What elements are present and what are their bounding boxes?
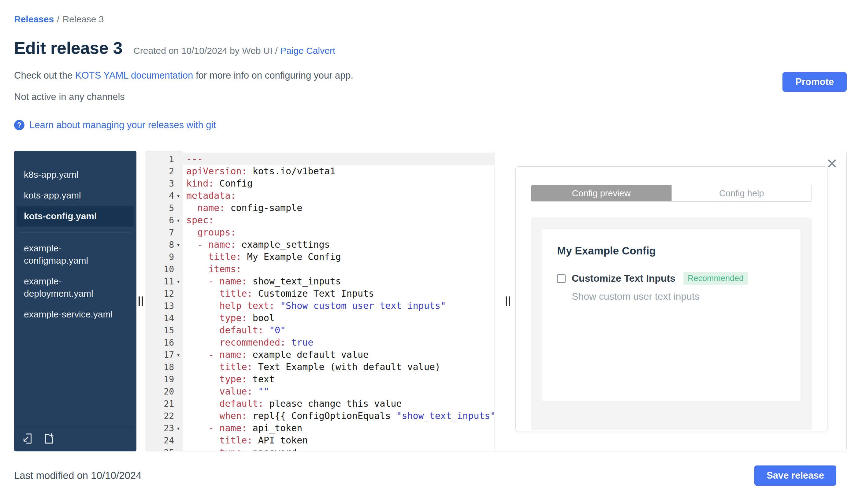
line-number: 23▾	[145, 422, 183, 434]
editor-code[interactable]: ---apiVersion: kots.io/v1beta1kind: Conf…	[183, 151, 494, 451]
line-number: 14	[145, 312, 183, 324]
release-editor-page: Releases/Release 3 Edit release 3 Create…	[0, 0, 862, 504]
docs-prefix: Check out the	[14, 70, 75, 81]
footer: Last modified on 10/10/2024 Save release	[14, 465, 847, 486]
code-line[interactable]: - name: show_text_inputs	[183, 275, 494, 288]
fold-arrow-icon[interactable]: ▾	[174, 425, 183, 432]
breadcrumb-releases-link[interactable]: Releases	[14, 14, 54, 24]
code-line[interactable]: default: please change this value	[183, 398, 494, 410]
line-number: 2	[145, 165, 183, 177]
file-tree-item[interactable]: example-deployment.yaml	[16, 271, 134, 304]
file-tree-item[interactable]: kots-config.yaml	[16, 206, 134, 227]
code-line[interactable]: title: My Example Config	[183, 251, 494, 263]
code-line[interactable]: help_text: "Show custom user text inputs…	[183, 300, 494, 312]
tree-resize-handle[interactable]	[139, 296, 143, 306]
editor-shell: 1234▾56▾78▾91011▾121314151617▾1819202122…	[145, 151, 847, 451]
fold-arrow-icon[interactable]: ▾	[174, 278, 183, 285]
line-number: 3	[145, 177, 183, 190]
line-number: 11▾	[145, 275, 183, 288]
line-number: 19	[145, 373, 183, 385]
line-number: 4▾	[145, 190, 183, 202]
code-line[interactable]: type: password	[183, 447, 494, 451]
code-line[interactable]: apiVersion: kots.io/v1beta1	[183, 165, 494, 177]
tree-editor-gap	[136, 151, 145, 451]
fold-arrow-icon[interactable]: ▾	[174, 241, 183, 248]
code-line[interactable]: metadata:	[183, 190, 494, 202]
code-line[interactable]: type: text	[183, 373, 494, 385]
config-item-help-text: Show custom user text inputs	[572, 291, 786, 302]
code-line[interactable]: groups:	[183, 226, 494, 239]
editor-gutter: 1234▾56▾78▾91011▾121314151617▾1819202122…	[145, 151, 183, 451]
code-line[interactable]: items:	[183, 263, 494, 275]
line-number: 18	[145, 361, 183, 373]
channel-status: Not active in any channels	[14, 91, 847, 103]
code-line[interactable]: value: ""	[183, 385, 494, 398]
fold-arrow-icon[interactable]: ▾	[174, 217, 183, 224]
code-editor: 1234▾56▾78▾91011▾121314151617▾1819202122…	[145, 151, 494, 451]
file-tree-item[interactable]: k8s-app.yaml	[16, 164, 134, 185]
docs-suffix: for more info on configuring your app.	[193, 70, 353, 81]
created-text: Created on 10/10/2024 by Web UI / Paige …	[133, 45, 335, 56]
file-tree-footer	[14, 427, 136, 451]
tab-config-preview[interactable]: Config preview	[531, 185, 671, 201]
code-line[interactable]: title: Text Example (with default value)	[183, 361, 494, 373]
fold-arrow-icon[interactable]: ▾	[174, 193, 183, 199]
breadcrumb-separator: /	[57, 14, 59, 24]
file-tree-item[interactable]: kots-app.yaml	[16, 185, 134, 206]
file-add-icon[interactable]	[43, 433, 55, 445]
line-number: 22	[145, 410, 183, 422]
code-line[interactable]: - name: example_default_value	[183, 349, 494, 361]
code-line[interactable]: type: bool	[183, 312, 494, 324]
page-title: Edit release 3	[14, 38, 122, 58]
file-tree-list: k8s-app.yamlkots-app.yamlkots-config.yam…	[14, 151, 136, 325]
code-line[interactable]: when: repl{{ ConfigOptionEquals "show_te…	[183, 410, 494, 422]
kots-yaml-docs-link[interactable]: KOTS YAML documentation	[75, 70, 193, 81]
promote-button[interactable]: Promote	[782, 72, 847, 92]
line-number: 13	[145, 300, 183, 312]
save-release-button[interactable]: Save release	[754, 465, 836, 486]
config-preview-pane: ✕ Config preview Config help My Example …	[494, 151, 846, 451]
code-line[interactable]: name: config-sample	[183, 202, 494, 214]
line-number: 12	[145, 288, 183, 300]
config-preview-card: Config preview Config help My Example Co…	[515, 167, 827, 431]
git-releases-link[interactable]: Learn about managing your releases with …	[29, 120, 216, 131]
config-item-row: Customize Text Inputs Recommended	[557, 272, 786, 285]
line-number: 6▾	[145, 214, 183, 226]
line-number: 1	[145, 153, 183, 165]
config-group-card: My Example Config Customize Text Inputs …	[542, 228, 801, 401]
file-tree-item[interactable]: example-service.yaml	[16, 304, 134, 325]
line-number: 24	[145, 434, 183, 447]
line-number: 21	[145, 398, 183, 410]
code-line[interactable]: recommended: true	[183, 336, 494, 349]
code-line[interactable]: spec:	[183, 214, 494, 226]
code-line[interactable]: kind: Config	[183, 177, 494, 190]
line-number: 8▾	[145, 239, 183, 251]
line-number: 16	[145, 336, 183, 349]
code-line[interactable]: - name: api_token	[183, 422, 494, 434]
line-number: 15	[145, 324, 183, 336]
close-icon[interactable]: ✕	[826, 157, 838, 171]
breadcrumb-current: Release 3	[62, 14, 104, 24]
title-row: Edit release 3 Created on 10/10/2024 by …	[14, 38, 847, 58]
line-number: 25	[145, 447, 183, 451]
breadcrumb: Releases/Release 3	[14, 14, 847, 25]
tab-config-help[interactable]: Config help	[671, 185, 812, 201]
fold-arrow-icon[interactable]: ▾	[174, 352, 183, 358]
code-line[interactable]: - name: example_settings	[183, 239, 494, 251]
editor-preview-resize-handle[interactable]	[506, 296, 510, 306]
created-author-link[interactable]: Paige Calvert	[280, 45, 335, 56]
code-line[interactable]: default: "0"	[183, 324, 494, 336]
code-line[interactable]: title: Customize Text Inputs	[183, 288, 494, 300]
question-icon[interactable]: ?	[14, 120, 25, 130]
recommended-badge: Recommended	[683, 272, 748, 285]
line-number: 5	[145, 202, 183, 214]
file-tree-item[interactable]: example-configmap.yaml	[16, 238, 134, 271]
line-number: 20	[145, 385, 183, 398]
preview-tabs: Config preview Config help	[531, 185, 812, 201]
config-group-title: My Example Config	[557, 245, 786, 257]
file-upload-icon[interactable]	[22, 433, 34, 445]
line-number: 7	[145, 226, 183, 239]
customize-text-inputs-checkbox[interactable]	[557, 274, 565, 283]
code-line[interactable]: ---	[183, 153, 494, 165]
code-line[interactable]: title: API token	[183, 434, 494, 447]
